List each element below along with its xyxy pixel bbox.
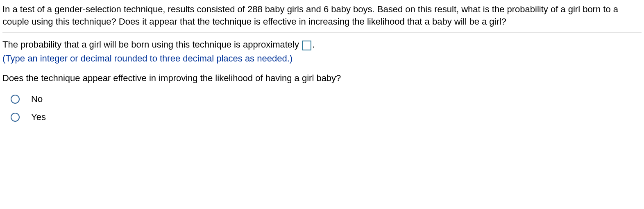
probability-prefix: The probability that a girl will be born… bbox=[2, 39, 302, 50]
radio-circle-icon bbox=[11, 95, 20, 104]
radio-option-no[interactable]: No bbox=[11, 93, 642, 105]
question-section: In a test of a gender-selection techniqu… bbox=[2, 3, 642, 33]
probability-input[interactable] bbox=[302, 41, 311, 50]
answer-section: The probability that a girl will be born… bbox=[2, 39, 642, 123]
radio-group: No Yes bbox=[2, 93, 642, 123]
radio-label: Yes bbox=[31, 111, 46, 123]
radio-label: No bbox=[31, 93, 43, 105]
radio-option-yes[interactable]: Yes bbox=[11, 111, 642, 123]
probability-suffix: . bbox=[312, 39, 315, 50]
instruction-text: (Type an integer or decimal rounded to t… bbox=[2, 52, 642, 65]
followup-question: Does the technique appear effective in i… bbox=[2, 72, 642, 84]
question-text: In a test of a gender-selection techniqu… bbox=[2, 4, 618, 27]
radio-circle-icon bbox=[11, 113, 20, 122]
probability-line: The probability that a girl will be born… bbox=[2, 39, 642, 51]
